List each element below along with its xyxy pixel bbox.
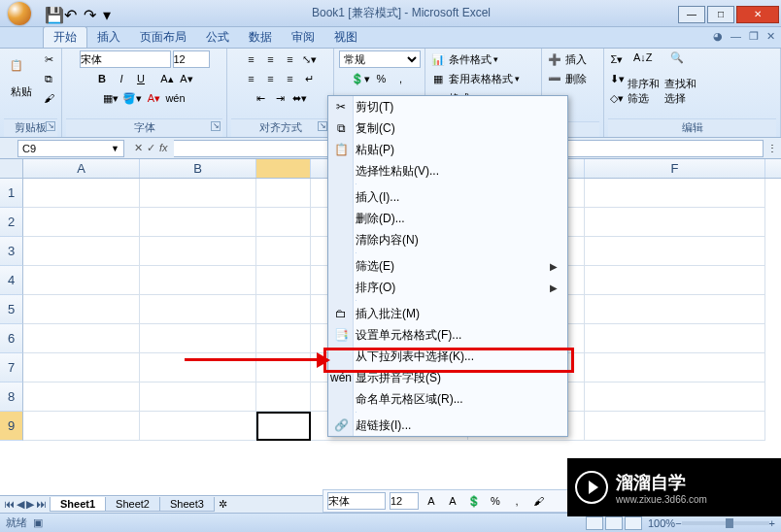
- view-normal-icon[interactable]: [586, 516, 603, 530]
- mini-currency-icon[interactable]: 💲: [465, 492, 483, 510]
- ctx-name-range[interactable]: 命名单元格区域(R)...: [328, 388, 567, 410]
- number-format-select[interactable]: 常规: [339, 50, 421, 68]
- align-middle-icon[interactable]: ≡: [262, 50, 280, 68]
- cell[interactable]: [585, 208, 765, 237]
- merge-icon[interactable]: ⬌▾: [291, 89, 309, 107]
- row-header[interactable]: 5: [0, 295, 23, 324]
- row-header[interactable]: 6: [0, 324, 23, 353]
- cell[interactable]: [23, 179, 140, 208]
- office-button[interactable]: [0, 0, 39, 27]
- sheet-tab[interactable]: Sheet1: [50, 497, 106, 512]
- sheet-tab[interactable]: Sheet3: [159, 497, 215, 512]
- zoom-slider[interactable]: [682, 521, 769, 525]
- mini-percent-icon[interactable]: %: [487, 492, 504, 510]
- fx-icon[interactable]: fx: [159, 142, 168, 154]
- tab-data[interactable]: 数据: [239, 27, 282, 48]
- font-name-input[interactable]: [80, 50, 171, 68]
- cell[interactable]: [140, 208, 256, 237]
- percent-icon[interactable]: %: [373, 70, 390, 87]
- sort-filter-button[interactable]: A↓Z 排序和筛选: [628, 50, 662, 107]
- save-icon[interactable]: 💾: [45, 6, 60, 21]
- ctx-cut[interactable]: ✂剪切(T): [328, 96, 567, 117]
- cell[interactable]: [23, 237, 140, 266]
- ctx-pick-dropdown[interactable]: 从下拉列表中选择(K)...: [328, 346, 567, 367]
- tab-home[interactable]: 开始: [43, 26, 87, 48]
- ctx-paste-special[interactable]: 选择性粘贴(V)...: [328, 160, 567, 182]
- mini-shrink-font-icon[interactable]: A: [444, 492, 461, 510]
- cell[interactable]: [585, 382, 765, 412]
- ctx-clear[interactable]: 清除内容(N): [328, 229, 567, 250]
- dialog-launcher-icon[interactable]: ↘: [318, 121, 327, 131]
- cell[interactable]: [140, 412, 256, 441]
- cell[interactable]: [256, 382, 311, 412]
- ctx-delete[interactable]: 删除(D)...: [328, 208, 567, 229]
- sheet-last-icon[interactable]: ⏭: [36, 498, 47, 511]
- cell[interactable]: [585, 353, 765, 382]
- sheet-tab[interactable]: Sheet2: [105, 497, 160, 512]
- ctx-paste[interactable]: 📋粘贴(P): [328, 139, 567, 160]
- col-header[interactable]: F: [585, 159, 765, 178]
- cell[interactable]: [585, 237, 765, 266]
- mdi-close-icon[interactable]: ✕: [766, 30, 775, 43]
- cell[interactable]: [140, 266, 256, 295]
- increase-indent-icon[interactable]: ⇥: [272, 89, 289, 107]
- minimize-button[interactable]: —: [678, 6, 705, 23]
- cell[interactable]: [256, 266, 311, 295]
- undo-icon[interactable]: ↶: [64, 6, 80, 21]
- col-header[interactable]: A: [23, 159, 140, 178]
- ctx-sort[interactable]: 排序(O)▶: [328, 277, 567, 298]
- mini-comma-icon[interactable]: ,: [508, 492, 526, 510]
- cell[interactable]: [585, 266, 765, 295]
- cell[interactable]: [140, 237, 256, 266]
- align-bottom-icon[interactable]: ≡: [282, 50, 299, 68]
- cell[interactable]: [585, 412, 765, 441]
- ctx-hyperlink[interactable]: 🔗超链接(I)...: [328, 415, 567, 436]
- align-left-icon[interactable]: ≡: [243, 70, 260, 87]
- delete-cells-icon[interactable]: ➖: [546, 70, 563, 87]
- fill-color-icon[interactable]: 🪣▾: [121, 89, 143, 107]
- zoom-in-icon[interactable]: +: [769, 517, 775, 529]
- row-header[interactable]: 8: [0, 382, 23, 412]
- format-table-icon[interactable]: ▦: [429, 70, 447, 87]
- close-button[interactable]: ✕: [736, 6, 779, 23]
- ctx-comment[interactable]: 🗀插入批注(M): [328, 303, 567, 324]
- dialog-launcher-icon[interactable]: ↘: [46, 121, 55, 131]
- cell[interactable]: [585, 295, 765, 324]
- ctx-show-pinyin[interactable]: wén显示拼音字段(S): [328, 367, 567, 388]
- insert-cells-icon[interactable]: ➕: [546, 50, 563, 68]
- font-color-icon[interactable]: A▾: [145, 89, 162, 107]
- comma-icon[interactable]: ,: [392, 70, 410, 87]
- conditional-format-icon[interactable]: 📊: [429, 50, 447, 68]
- cancel-icon[interactable]: ✕: [134, 142, 143, 154]
- currency-icon[interactable]: 💲▾: [350, 70, 371, 87]
- view-pagebreak-icon[interactable]: [625, 516, 642, 530]
- zoom-level[interactable]: 100%: [648, 517, 675, 529]
- mdi-restore-icon[interactable]: ❐: [749, 30, 759, 43]
- qat-dropdown-icon[interactable]: ▾: [103, 6, 119, 21]
- row-header[interactable]: 4: [0, 266, 23, 295]
- copy-icon[interactable]: ⧉: [40, 70, 57, 87]
- cell[interactable]: [23, 295, 140, 324]
- dialog-launcher-icon[interactable]: ↘: [211, 121, 221, 131]
- help-icon[interactable]: ◕: [713, 30, 723, 43]
- tab-insert[interactable]: 插入: [87, 27, 130, 48]
- cell[interactable]: [585, 179, 765, 208]
- chevron-down-icon[interactable]: ▼: [111, 144, 119, 153]
- cell[interactable]: [140, 382, 256, 412]
- mdi-minimize-icon[interactable]: —: [730, 30, 741, 43]
- cell[interactable]: [23, 412, 140, 441]
- select-all-corner[interactable]: [0, 159, 23, 178]
- expand-fxbar-icon[interactable]: ⋮: [764, 143, 781, 153]
- cell[interactable]: [23, 353, 140, 382]
- cell[interactable]: [256, 324, 311, 353]
- align-top-icon[interactable]: ≡: [243, 50, 260, 68]
- align-center-icon[interactable]: ≡: [262, 70, 280, 87]
- tab-view[interactable]: 视图: [324, 27, 367, 48]
- cell[interactable]: [256, 237, 311, 266]
- border-icon[interactable]: ▦▾: [102, 89, 119, 107]
- find-select-button[interactable]: 🔍 查找和选择: [664, 50, 699, 107]
- cell[interactable]: [256, 295, 311, 324]
- view-layout-icon[interactable]: [605, 516, 623, 530]
- phonetic-icon[interactable]: wén: [164, 89, 186, 107]
- ctx-filter[interactable]: 筛选(E)▶: [328, 255, 567, 277]
